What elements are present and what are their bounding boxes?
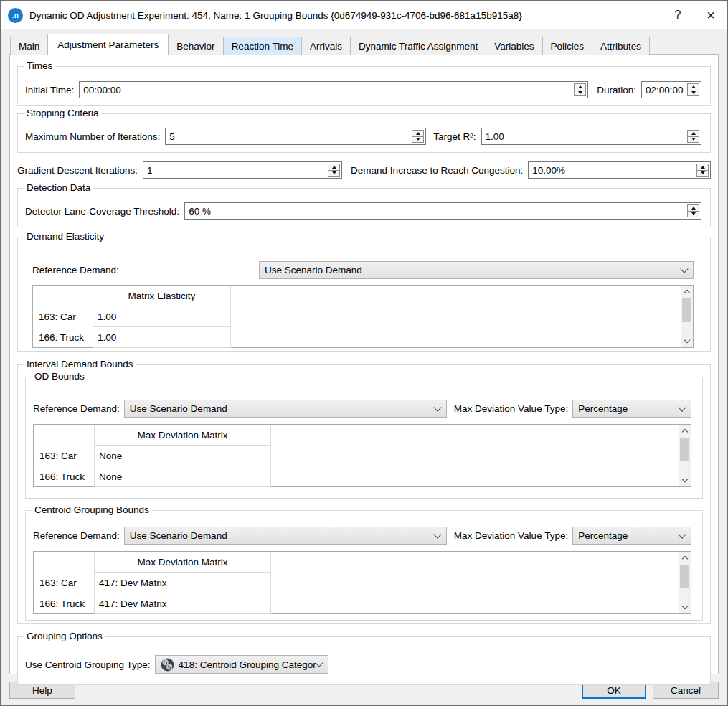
spin-up-button[interactable] [575, 84, 585, 90]
adjustment-parameters-panel: Times Initial Time: 00:00:00 Duration: 0… [9, 54, 719, 674]
table-filler [271, 552, 679, 573]
tab-behavior[interactable]: Behavior [168, 37, 223, 55]
od-bounds-group-label: OD Bounds [32, 371, 88, 382]
reference-demand-combobox[interactable]: Use Scenario Demand [124, 527, 447, 545]
od-bounds-table: Max Deviation Matrix 163: Car None 166: … [33, 424, 691, 487]
max-deviation-type-combobox[interactable]: Percentage [572, 400, 691, 418]
table-cell[interactable]: 1.00 [93, 327, 231, 348]
spin-up-button[interactable] [328, 164, 339, 171]
duration-value: 02:00:00 [642, 82, 687, 98]
table-filler [231, 327, 681, 348]
centroid-grouping-bounds-table: Max Deviation Matrix 163: Car 417: Dev M… [33, 551, 691, 614]
spin-up-button[interactable] [412, 131, 423, 137]
spin-down-button[interactable] [412, 137, 423, 143]
chevron-up-icon [681, 556, 687, 562]
tab-reaction-time[interactable]: Reaction Time [223, 37, 302, 55]
triangle-up-icon [691, 207, 696, 210]
table-column-header[interactable]: Max Deviation Matrix [95, 425, 271, 446]
scrollbar-thumb[interactable] [680, 565, 689, 588]
help-button[interactable]: ? [661, 1, 694, 29]
target-r2-input[interactable]: 1.00 [481, 128, 701, 145]
reference-demand-label: Reference Demand: [33, 403, 120, 414]
table-column-header[interactable]: Max Deviation Matrix [95, 552, 271, 573]
table-cell[interactable]: 417: Dev Matrix [95, 593, 271, 614]
table-row-header[interactable]: 163: Car [34, 446, 95, 466]
triangle-down-icon [691, 212, 696, 215]
max-iterations-input[interactable]: 5 [165, 128, 426, 145]
spin-down-button[interactable] [328, 171, 339, 176]
table-row-header[interactable]: 166: Truck [33, 327, 93, 348]
scrollbar-track[interactable] [679, 588, 691, 602]
table-row-header[interactable]: 166: Truck [34, 593, 95, 614]
spin-up-button[interactable] [688, 84, 699, 90]
chevron-up-icon [684, 290, 689, 296]
max-deviation-type-combobox[interactable]: Percentage [572, 527, 691, 545]
close-button[interactable]: × [694, 1, 727, 29]
tab-adjustment-parameters[interactable]: Adjustment Parameters [47, 34, 169, 55]
spin-up-button[interactable] [697, 164, 708, 171]
spin-down-button[interactable] [688, 137, 699, 143]
gradient-iterations-input[interactable]: 1 [143, 161, 342, 179]
chevron-up-icon [681, 429, 687, 435]
demand-increase-input[interactable]: 10.00% [528, 161, 711, 179]
tab-variables[interactable]: Variables [486, 37, 542, 55]
spin-up-button[interactable] [688, 131, 699, 137]
scroll-down-button[interactable] [679, 602, 691, 613]
centroid-grouping-bounds-group-label: Centroid Grouping Bounds [32, 504, 152, 515]
target-r2-spinner [687, 130, 699, 143]
table-cell[interactable]: None [95, 446, 271, 466]
table-cell[interactable]: None [95, 466, 271, 487]
scroll-down-button[interactable] [679, 475, 691, 486]
reference-demand-combobox[interactable]: Use Scenario Demand [124, 400, 447, 418]
duration-input[interactable]: 02:00:00 [641, 81, 701, 98]
vertical-scrollbar[interactable] [681, 286, 693, 347]
table-corner-cell [34, 552, 95, 573]
chevron-down-icon [684, 337, 689, 343]
vertical-scrollbar[interactable] [679, 552, 691, 613]
tab-attributes[interactable]: Attributes [592, 37, 650, 55]
demand-increase-value: 10.00% [529, 162, 696, 178]
scroll-up-button[interactable] [679, 425, 691, 436]
times-group-label: Times [24, 60, 55, 71]
triangle-up-icon [691, 85, 696, 88]
table-row-header[interactable]: 163: Car [34, 573, 95, 593]
scroll-up-button[interactable] [681, 286, 693, 297]
spin-down-button[interactable] [688, 212, 699, 217]
table-row-header[interactable]: 163: Car [33, 306, 93, 327]
table-column-header[interactable]: Matrix Elasticity [93, 286, 231, 306]
tab-arrivals[interactable]: Arrivals [301, 37, 351, 55]
scrollbar-track[interactable] [681, 322, 693, 336]
scrollbar-track[interactable] [679, 461, 691, 475]
detector-threshold-value: 60 % [185, 203, 687, 219]
centroid-grouping-type-combobox[interactable]: 418: Centroid Grouping Category [155, 655, 328, 674]
spin-down-button[interactable] [688, 90, 699, 96]
reference-demand-label: Reference Demand: [33, 530, 120, 541]
tab-main[interactable]: Main [10, 37, 48, 55]
initial-time-input[interactable]: 00:00:00 [79, 81, 588, 98]
max-deviation-type-label: Max Deviation Value Type: [454, 530, 568, 541]
detector-threshold-input[interactable]: 60 % [184, 202, 701, 220]
vertical-scrollbar[interactable] [679, 425, 691, 486]
tab-policies[interactable]: Policies [542, 37, 593, 55]
initial-time-spinner [574, 83, 586, 96]
triangle-up-icon [578, 85, 582, 88]
max-deviation-type-value: Percentage [578, 530, 679, 541]
scrollbar-thumb[interactable] [680, 438, 689, 461]
table-cell[interactable]: 417: Dev Matrix [95, 573, 271, 593]
grouping-options-group-label: Grouping Options [24, 631, 105, 641]
demand-elasticity-group: Demand Elasticity Reference Demand: Use … [17, 237, 711, 352]
scroll-up-button[interactable] [679, 552, 691, 563]
spin-up-button[interactable] [688, 205, 699, 212]
spin-down-button[interactable] [697, 171, 708, 176]
tab-dynamic-traffic-assignment[interactable]: Dynamic Traffic Assignment [350, 37, 486, 55]
max-deviation-type-value: Percentage [578, 403, 679, 414]
triangle-up-icon [416, 132, 420, 135]
spin-down-button[interactable] [575, 90, 585, 96]
table-cell[interactable]: 1.00 [93, 306, 231, 327]
scrollbar-thumb[interactable] [682, 298, 691, 322]
scroll-down-button[interactable] [681, 336, 693, 347]
table-filler [231, 306, 681, 327]
table-row-header[interactable]: 166: Truck [34, 466, 95, 487]
reference-demand-combobox[interactable]: Use Scenario Demand [259, 261, 694, 279]
detection-data-group: Detection Data Detector Lane-Coverage Th… [17, 188, 711, 227]
